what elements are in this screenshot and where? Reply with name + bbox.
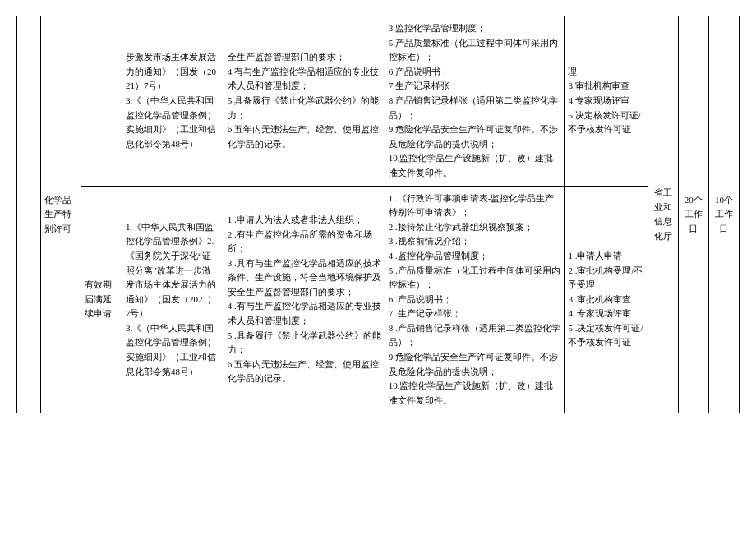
cell-department: 省工业和信息化厅 xyxy=(648,16,678,413)
table-row: 有效期届满延续申请 1.《中华人民共和国监控化学品管理条例》2.《国务院关于深化… xyxy=(17,186,740,413)
cell-materials: 3.监控化学品管理制度；5.产品质量标准（化工过程中间体可采用内控标准）；6.产… xyxy=(385,16,565,186)
permit-table: 化学品生产特别许可 步激发市场主体发展活力的通知》（国发（2021）7号）3.《… xyxy=(16,16,740,413)
cell-item-name: 化学品生产特别许可 xyxy=(40,16,81,413)
cell-subitem xyxy=(81,16,122,186)
cell-blank xyxy=(17,16,41,413)
cell-subitem: 有效期届满延续申请 xyxy=(81,186,122,413)
table-row: 化学品生产特别许可 步激发市场主体发展活力的通知》（国发（2021）7号）3.《… xyxy=(17,16,740,186)
cell-basis: 1.《中华人民共和国监控化学品管理条例》2.《国务院关于深化“证照分离”改革进一… xyxy=(122,186,224,413)
cell-days-promise: 10个工作日 xyxy=(708,16,739,413)
cell-days-legal: 20个工作日 xyxy=(678,16,708,413)
cell-materials: 1 .《行政许可事项申请表-监控化学品生产特别许可申请表》；2 .接待禁止化学武… xyxy=(385,186,565,413)
cell-conditions: 1 .申请人为法人或者非法人组织；2 .有生产监控化学品所需的资金和场所；3 .… xyxy=(224,186,385,413)
cell-process: 理3.审批机构审查4.专家现场评审5.决定核发许可证/不予核发许可证 xyxy=(565,16,648,186)
cell-process: 1 .申请人申请2 .审批机构受理/不予受理3 .审批机构审查4 .专家现场评审… xyxy=(565,186,648,413)
cell-conditions: 全生产监督管理部门的要求；4.有与生产监控化学品相适应的专业技术人员和管理制度；… xyxy=(224,16,385,186)
cell-basis: 步激发市场主体发展活力的通知》（国发（2021）7号）3.《（中华人民共和国监控… xyxy=(122,16,224,186)
